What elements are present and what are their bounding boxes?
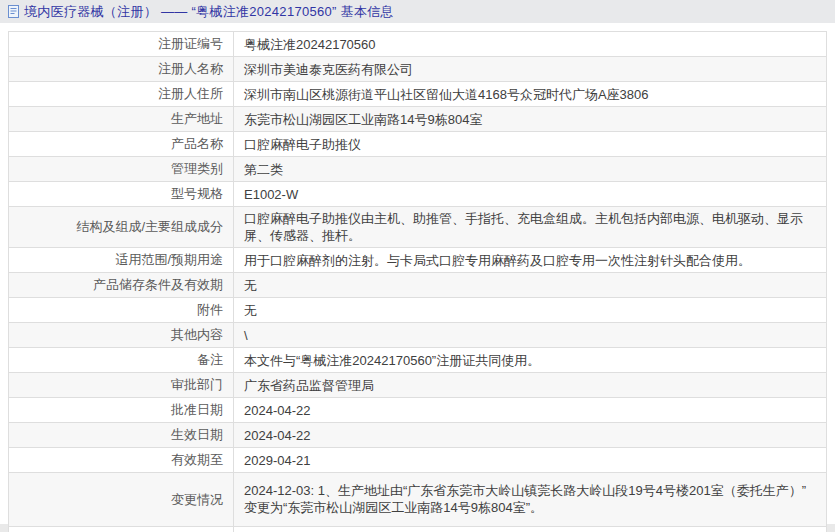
page: 境内医疗器械（注册） —— “粤械注准20242170560” 基本信息 注册证… (0, 0, 835, 532)
table-row: 型号规格 E1002-W (9, 182, 827, 207)
table-row: 产品储存条件及有效期 无 (9, 273, 827, 298)
page-title: 境内医疗器械（注册） —— “粤械注准20242170560” 基本信息 (24, 3, 394, 21)
row-label: 注册人名称 (9, 57, 234, 82)
row-value: 2024-04-22 (234, 398, 827, 423)
table-row: 适用范围/预期用途 用于口腔麻醉剂的注射。与卡局式口腔专用麻醉药及口腔专用一次性… (9, 248, 827, 273)
table-row: 有效期至 2029-04-21 (9, 448, 827, 473)
table-row: 结构及组成/主要组成成分 口腔麻醉电子助推仪由主机、助推管、手指托、充电盒组成。… (9, 207, 827, 248)
document-icon (7, 4, 20, 19)
table-row: 注册人名称 深圳市美迪泰克医药有限公司 (9, 57, 827, 82)
row-value: 2024-12-03: 1、生产地址由“广东省东莞市大岭山镇莞长路大岭山段19号… (234, 473, 827, 527)
row-value: 2029-04-21 (234, 448, 827, 473)
row-value: 用于口腔麻醉剂的注射。与卡局式口腔专用麻醉药及口腔专用一次性注射针头配合使用。 (234, 248, 827, 273)
content-panel: 注册证编号 粤械注准20242170560 注册人名称 深圳市美迪泰克医药有限公… (0, 23, 835, 524)
row-value: 口腔麻醉电子助推仪 (234, 132, 827, 157)
row-label: 注 (9, 527, 234, 532)
row-value: 深圳市美迪泰克医药有限公司 (234, 57, 827, 82)
table-row: 备注 本文件与“粤械注准20242170560”注册证共同使用。 (9, 348, 827, 373)
row-value: 无 (234, 273, 827, 298)
table-row: 管理类别 第二类 (9, 157, 827, 182)
row-label: 批准日期 (9, 398, 234, 423)
row-value: 第二类 (234, 157, 827, 182)
table-row: 其他内容 \ (9, 323, 827, 348)
row-value: E1002-W (234, 182, 827, 207)
table-row: 变更情况 2024-12-03: 1、生产地址由“广东省东莞市大岭山镇莞长路大岭… (9, 473, 827, 527)
row-value: 广东省药品监督管理局 (234, 373, 827, 398)
row-label: 备注 (9, 348, 234, 373)
table-row: 产品名称 口腔麻醉电子助推仪 (9, 132, 827, 157)
row-label: 注册人住所 (9, 82, 234, 107)
table-row: 注册证编号 粤械注准20242170560 (9, 32, 827, 57)
info-table: 注册证编号 粤械注准20242170560 注册人名称 深圳市美迪泰克医药有限公… (8, 31, 827, 532)
table-row: 生效日期 2024-04-22 (9, 423, 827, 448)
table-row: 注册人住所 深圳市南山区桃源街道平山社区留仙大道4168号众冠时代广场A座380… (9, 82, 827, 107)
row-label: 结构及组成/主要组成成分 (9, 207, 234, 248)
row-value: 口腔麻醉电子助推仪由主机、助推管、手指托、充电盒组成。主机包括内部电源、电机驱动… (234, 207, 827, 248)
row-label: 产品储存条件及有效期 (9, 273, 234, 298)
row-value: 无 (234, 298, 827, 323)
row-value: 粤械注准20242170560 (234, 32, 827, 57)
row-label: 型号规格 (9, 182, 234, 207)
row-label: 产品名称 (9, 132, 234, 157)
row-label: 注册证编号 (9, 32, 234, 57)
row-label: 审批部门 (9, 373, 234, 398)
table-row: 审批部门 广东省药品监督管理局 (9, 373, 827, 398)
row-value: 2024-04-22 (234, 423, 827, 448)
row-label: 其他内容 (9, 323, 234, 348)
row-label: 生产地址 (9, 107, 234, 132)
table-row: 批准日期 2024-04-22 (9, 398, 827, 423)
row-value: 深圳市南山区桃源街道平山社区留仙大道4168号众冠时代广场A座3806 (234, 82, 827, 107)
table-row: 附件 无 (9, 298, 827, 323)
row-label: 有效期至 (9, 448, 234, 473)
page-header: 境内医疗器械（注册） —— “粤械注准20242170560” 基本信息 (0, 0, 835, 23)
row-label: 变更情况 (9, 473, 234, 527)
row-label: 生效日期 (9, 423, 234, 448)
row-label: 管理类别 (9, 157, 234, 182)
table-row: 生产地址 东莞市松山湖园区工业南路14号9栋804室 (9, 107, 827, 132)
row-value: \ (234, 323, 827, 348)
row-label: 附件 (9, 298, 234, 323)
info-table-body: 注册证编号 粤械注准20242170560 注册人名称 深圳市美迪泰克医药有限公… (9, 32, 827, 532)
row-label: 适用范围/预期用途 (9, 248, 234, 273)
row-value: 本文件与“粤械注准20242170560”注册证共同使用。 (234, 348, 827, 373)
row-value: 东莞市松山湖园区工业南路14号9栋804室 (234, 107, 827, 132)
table-row: 注 详情 (9, 527, 827, 532)
row-value: 详情 (234, 527, 827, 532)
